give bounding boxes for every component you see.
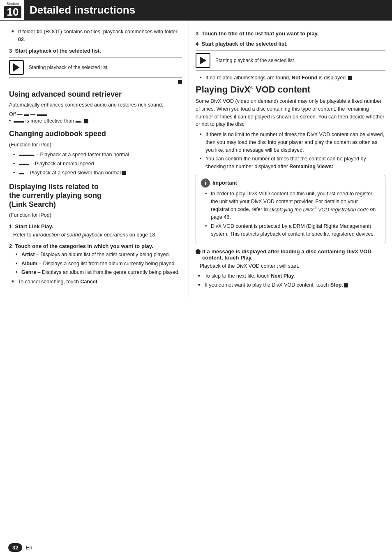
stop-icon-right [9, 79, 182, 84]
section-word: Section [7, 2, 19, 6]
sound-retriever-body: Automatically enhances compressed audio … [9, 101, 182, 109]
right-step4-heading: 4 Start playback of the selected list. [196, 41, 385, 47]
playback-caption-left: Starting playback of the selected list. [29, 65, 109, 70]
link-search-heading: Displaying lists related tothe currently… [9, 183, 182, 209]
msg-bullet-icon [196, 249, 201, 254]
playback-caption-right: Starting playback of the selected list. [215, 58, 295, 63]
msg-bullet-2: If you do not want to play the DivX VOD … [198, 281, 385, 289]
msg-bullets-list: To skip to the next file, touch Next Pla… [198, 272, 385, 289]
intro-bullet-list: If folder 01 (ROOT) contains no files, p… [12, 28, 182, 44]
off-line: Off — ▬ — ▬▬ [9, 111, 182, 117]
page-footer: 32 En [0, 543, 392, 552]
link-step2-heading: 2 Touch one of the categories in which y… [9, 243, 182, 249]
not-found-list: If no related albums/songs are found, No… [200, 74, 385, 82]
play-icon-right [196, 53, 210, 68]
audiobook-list: ▬▬▬ – Playback at a speed faster than no… [13, 151, 182, 176]
important-item-1: In order to play DivX VOD content on thi… [205, 190, 380, 221]
important-list: In order to play DivX VOD content on thi… [205, 190, 380, 238]
playback-row-left: Starting playback of the selected list. [9, 57, 182, 78]
divx-bullet-2: You can confirm the number of times that… [200, 155, 385, 171]
audiobook-item-2: ▬▬ – Playback at normal speed [13, 160, 182, 168]
right-column: 3 Touch the title of the list that you w… [189, 21, 392, 297]
msg-heading-text: If a message is displayed after loading … [202, 248, 385, 261]
divx-heading: Playing DivX® VOD content [196, 84, 385, 95]
stop-square-icon [178, 80, 182, 84]
divx-bullets-list: If there is no limit to the number of ti… [200, 131, 385, 171]
link-step1-number: 1 [9, 223, 15, 229]
main-content: If folder 01 (ROOT) contains no files, p… [0, 21, 392, 297]
important-item-2: DivX VOD content is protected by a DRM (… [205, 222, 380, 238]
msg-section: If a message is displayed after loading … [196, 248, 385, 289]
page-header: Section 10 Detailed instructions [0, 0, 392, 21]
msg-header: If a message is displayed after loading … [196, 248, 385, 261]
important-box: i Important In order to play DivX VOD co… [196, 175, 385, 244]
link-search-function: (Function for iPod) [9, 211, 182, 219]
section-label: Section 10 [0, 0, 24, 20]
playback-row-right: Starting playback of the selected list. [196, 50, 385, 71]
link-search-sub-list: Artist – Displays an album list of the a… [16, 251, 182, 276]
cancel-note-list: To cancel searching, touch Cancel. [12, 278, 182, 286]
audiobook-function-note: (Function for iPod) [9, 141, 182, 149]
audiobook-heading: Changing audiobook speed [9, 130, 182, 139]
effective-line: • ▬▬ is more effective than ▬. [9, 118, 182, 124]
msg-body: Playback of the DivX VOD content will st… [200, 262, 385, 270]
step3-number: 3 [9, 48, 15, 54]
section-number: 10 [4, 6, 21, 18]
link-search-genre: Genre – Displays an album list from the … [16, 269, 182, 276]
audiobook-item-1: ▬▬▬ – Playback at a speed faster than no… [13, 151, 182, 159]
stop-square-icon3 [122, 171, 126, 175]
msg-bullet-1: To skip to the next file, touch Next Pla… [198, 272, 385, 280]
link-search-album: Album – Displays a song list from the al… [16, 260, 182, 268]
right-step3-number: 3 [196, 30, 201, 37]
important-icon: i [201, 178, 210, 188]
divx-body: Some DivX VOD (video on demand) content … [196, 97, 385, 128]
cancel-note-item: To cancel searching, touch Cancel. [12, 278, 182, 286]
stop-square-icon4 [348, 76, 352, 80]
play-icon [9, 60, 24, 75]
page-title: Detailed instructions [24, 0, 392, 20]
page-number: 32 [8, 543, 22, 552]
audiobook-item-3: ▬ – Playback at a speed slower than norm… [13, 169, 182, 177]
registered-mark: ® [250, 86, 253, 90]
important-label: Important [212, 180, 237, 186]
link-step1-body: Refer to Introduction of sound playback … [13, 231, 182, 239]
left-column: If folder 01 (ROOT) contains no files, p… [0, 21, 189, 297]
link-search-artist: Artist – Displays an album list of the a… [16, 251, 182, 259]
link-step1-heading: 1 Start Link Play. [9, 223, 182, 229]
stop-square-icon5 [344, 283, 348, 287]
sound-retriever-heading: Using advanced sound retriever [9, 90, 182, 99]
important-header: i Important [201, 178, 380, 188]
language-label: En [25, 544, 32, 551]
link-step2-number: 2 [9, 243, 15, 249]
not-found-item: If no related albums/songs are found, No… [200, 74, 385, 82]
stop-square-icon2 [84, 119, 88, 123]
divx-bullet-1: If there is no limit to the number of ti… [200, 131, 385, 154]
right-step3-heading: 3 Touch the title of the list that you w… [196, 30, 385, 37]
intro-bullet-item: If folder 01 (ROOT) contains no files, p… [12, 28, 182, 44]
right-step4-number: 4 [196, 41, 201, 47]
step3-heading: 3 Start playback of the selected list. [9, 48, 182, 54]
